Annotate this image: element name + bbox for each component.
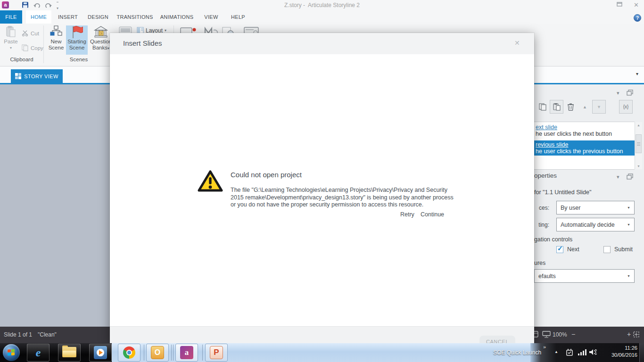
properties-panel-float-icon[interactable] xyxy=(627,173,633,180)
tab-transitions[interactable]: TRANSITIONS xyxy=(115,10,155,24)
cut-button[interactable]: Cut xyxy=(22,30,39,36)
scrollbar-thumb[interactable] xyxy=(636,134,642,153)
restore-window-button[interactable] xyxy=(617,2,623,7)
taskbar-internet-explorer-button[interactable]: e xyxy=(27,344,50,362)
taskbar-separator xyxy=(144,345,144,361)
close-window-button[interactable]: ✕ xyxy=(634,2,639,8)
paste-button[interactable]: Paste ▾ xyxy=(3,25,19,51)
triggers-panel-dropdown-icon[interactable]: ▾ xyxy=(617,90,619,96)
trigger-link[interactable]: ext slide xyxy=(536,124,633,131)
group-divider xyxy=(43,25,44,63)
tab-view[interactable]: VIEW xyxy=(200,10,223,24)
submit-checkbox[interactable] xyxy=(603,246,611,253)
powerpoint-icon: P xyxy=(210,346,223,359)
taskbar-media-player-button[interactable] xyxy=(89,344,112,362)
help-icon[interactable]: ? xyxy=(634,14,641,22)
preview-slide-icon[interactable] xyxy=(542,331,551,338)
tab-file[interactable]: FILE xyxy=(0,10,22,24)
chrome-icon xyxy=(123,346,135,359)
submit-checkbox-label: Submit xyxy=(614,246,633,253)
title-bar: a ▾ Z.story - Articulate Storyline 2 ✕ xyxy=(0,0,644,10)
taskbar-powerpoint-button[interactable]: P xyxy=(205,344,228,362)
dialog-footer xyxy=(110,326,534,343)
clock-date: 30/06/2016 xyxy=(605,352,637,359)
scroll-down-icon[interactable]: ▼ xyxy=(635,165,642,168)
scroll-up-icon[interactable]: ▲ xyxy=(635,123,642,127)
taskbar-light-segment xyxy=(112,343,530,362)
player-features-select[interactable]: efaults▼ xyxy=(534,269,635,283)
starting-scene-button[interactable]: Starting Scene xyxy=(66,25,88,55)
new-scene-icon xyxy=(50,25,63,39)
properties-panel-dropdown-icon[interactable]: ▾ xyxy=(617,174,619,180)
copy-button[interactable]: Copy xyxy=(22,44,43,51)
select-arrow-icon: ▼ xyxy=(627,274,630,278)
advance-label: ces: xyxy=(534,205,549,211)
dialog-close-icon[interactable]: ✕ xyxy=(514,39,520,47)
slide-properties-title: operties xyxy=(534,172,557,179)
clipboard-group-label: Clipboard xyxy=(0,57,43,62)
properties-for-label: for "1.1 Untitled Slide" xyxy=(534,189,591,196)
manage-variables-button[interactable]: {x} xyxy=(619,100,633,114)
warning-icon xyxy=(198,170,223,192)
dialog-title: Insert Slides xyxy=(123,39,162,47)
revisit-label: ting: xyxy=(534,222,549,228)
taskbar-separator xyxy=(173,345,173,361)
quick-launch-overflow-icon[interactable]: » xyxy=(543,344,546,350)
taskbar-separator xyxy=(202,345,203,361)
trigger-link[interactable]: revious slide xyxy=(536,141,633,148)
tab-help[interactable]: HELP xyxy=(225,10,251,24)
internet-explorer-icon: e xyxy=(36,346,41,359)
tab-animations[interactable]: ANIMATIONS xyxy=(157,10,197,24)
cut-icon xyxy=(22,30,29,36)
tab-story-view[interactable]: STORY VIEW xyxy=(11,69,63,83)
tray-show-hidden-icons[interactable]: ▲ xyxy=(554,350,558,354)
move-trigger-up-button[interactable]: ▲ xyxy=(578,100,592,114)
advance-select[interactable]: By user▼ xyxy=(556,201,635,214)
delete-trigger-button[interactable] xyxy=(564,100,578,114)
new-scene-button[interactable]: New Scene xyxy=(47,25,65,51)
tray-action-center-icon[interactable] xyxy=(566,348,573,356)
quick-launch-label: SOE Quick Launch xyxy=(493,349,541,356)
insert-slides-dialog: Insert Slides ✕ Could not open project T… xyxy=(110,33,534,343)
articulate-icon: a xyxy=(180,346,193,359)
tray-clock[interactable]: 11:26 30/06/2016 xyxy=(605,345,637,361)
right-panel: ▾ ▲ ▼ {x} ext slide he user clicks the n… xyxy=(534,84,644,327)
triggers-panel-float-icon[interactable] xyxy=(627,90,633,96)
media-player-icon xyxy=(94,346,107,359)
outlook-icon: O xyxy=(151,346,164,359)
ribbon-tab-row: FILE HOME INSERT DESIGN TRANSITIONS ANIM… xyxy=(0,10,644,24)
check-icon: ✓ xyxy=(557,245,563,252)
taskbar-articulate-button[interactable]: a xyxy=(175,344,198,362)
cancel-button[interactable]: CANCEL xyxy=(479,336,515,343)
taskbar-chrome-button[interactable] xyxy=(118,344,140,362)
tray-network-icon[interactable] xyxy=(578,349,586,355)
taskbar: e O a P SOE Quick Launch » ▲ 11:26 30/06… xyxy=(0,343,644,362)
error-message: The file "G:\Learning Technologies\eLear… xyxy=(231,187,454,209)
tab-design[interactable]: DESIGN xyxy=(84,10,112,24)
revisit-select[interactable]: Automatically decide▼ xyxy=(556,218,635,231)
copy-trigger-button[interactable] xyxy=(536,100,549,114)
show-desktop-button[interactable] xyxy=(639,343,644,362)
move-trigger-down-button[interactable]: ▼ xyxy=(592,100,606,114)
tab-home[interactable]: HOME xyxy=(26,10,51,24)
select-arrow-icon: ▼ xyxy=(627,206,630,209)
start-button[interactable] xyxy=(3,344,20,361)
triggers-scrollbar[interactable]: ▲ ▼ xyxy=(635,122,642,169)
next-checkbox[interactable]: ✓ xyxy=(556,246,563,253)
tab-insert[interactable]: INSERT xyxy=(54,10,82,24)
tray-volume-icon[interactable] xyxy=(589,349,597,355)
taskbar-windows-explorer-button[interactable] xyxy=(58,344,81,362)
retry-button[interactable]: Retry xyxy=(400,211,414,218)
scenes-group-label: Scenes xyxy=(45,57,112,62)
zoom-in-button[interactable]: + xyxy=(627,330,631,338)
zoom-out-button[interactable]: − xyxy=(571,330,575,338)
windows-flag-icon xyxy=(8,349,15,356)
paste-trigger-button[interactable] xyxy=(550,100,563,114)
next-checkbox-label: Next xyxy=(567,246,579,253)
tab-strip-dropdown-icon[interactable]: ▾ xyxy=(636,71,638,76)
trigger-row-next[interactable]: ext slide he user clicks the next button xyxy=(534,123,635,138)
fit-to-window-icon[interactable] xyxy=(633,331,640,338)
taskbar-outlook-button[interactable]: O xyxy=(146,344,169,362)
trigger-row-previous[interactable]: revious slide he user clicks the previou… xyxy=(534,140,635,156)
continue-button[interactable]: Continue xyxy=(421,211,444,218)
